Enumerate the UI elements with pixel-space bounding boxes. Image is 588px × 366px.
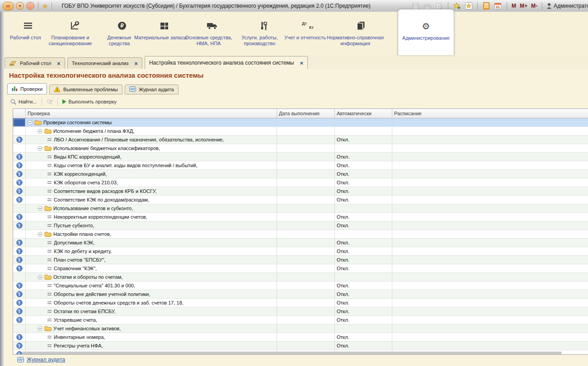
ribbon-section[interactable]: Материальные запасы (144, 12, 184, 55)
row-info-cell[interactable]: i (13, 307, 26, 316)
row-date-cell[interactable] (277, 290, 335, 299)
row-schedule-cell[interactable] (392, 256, 588, 264)
row-schedule-cell[interactable] (392, 282, 588, 290)
table-row[interactable]: i План счетов "ЕПСБУ", Откл. (13, 256, 588, 264)
row-check-cell[interactable]: КЭК по дебету и кредиту, (26, 247, 277, 256)
tree-icons[interactable] (47, 310, 52, 313)
row-automatic-cell[interactable]: Откл. (335, 333, 392, 342)
audit-journal-link[interactable]: Журнал аудита (17, 357, 65, 363)
tree-icons[interactable] (38, 206, 52, 211)
row-check-cell[interactable]: Справочник "КЭК", (26, 264, 277, 273)
row-automatic-cell[interactable]: Откл. (335, 221, 392, 230)
row-schedule-cell[interactable] (392, 221, 588, 230)
table-row[interactable]: Проверки состояния системы (13, 118, 588, 127)
onec-menu-button[interactable]: 1С (3, 2, 14, 10)
row-info-cell[interactable]: i (13, 342, 26, 350)
row-date-cell[interactable] (277, 213, 335, 221)
row-automatic-cell[interactable]: Откл. (335, 256, 392, 264)
row-check-cell[interactable]: Коды счетов БУ и аналит. коды видов пост… (26, 161, 277, 170)
row-check-cell[interactable]: Исполнение бюджета / плана ФХД, (26, 127, 277, 136)
row-info-cell[interactable] (13, 204, 26, 213)
tree-icons[interactable] (47, 189, 52, 193)
tree-icons[interactable] (38, 326, 52, 331)
row-check-cell[interactable]: КЭК оборотов счета 210.03, (26, 178, 277, 187)
row-check-cell[interactable]: Остатки по счетам ЕПСБУ, (26, 307, 277, 316)
current-user[interactable]: Администратор (546, 3, 588, 9)
row-automatic-cell[interactable]: Откл. (335, 153, 392, 161)
row-check-cell[interactable]: Некорректные корреспонденции счетов, (26, 213, 277, 221)
row-date-cell[interactable] (277, 247, 335, 256)
tree-icons[interactable] (38, 145, 52, 151)
row-automatic-cell[interactable]: Откл. (335, 178, 392, 187)
row-automatic-cell[interactable] (335, 127, 392, 136)
row-info-cell[interactable] (13, 324, 26, 333)
tree-icons[interactable] (47, 258, 52, 262)
row-schedule-cell[interactable] (392, 230, 588, 239)
row-check-cell[interactable]: Использование счетов и субконто, (26, 204, 277, 213)
row-info-cell[interactable] (13, 118, 26, 127)
row-schedule-cell[interactable] (392, 196, 588, 204)
row-check-cell[interactable]: Остатки и обороты по счетам, (26, 273, 277, 282)
row-info-cell[interactable] (13, 144, 26, 153)
tree-icons[interactable] (47, 155, 52, 159)
row-schedule-cell[interactable] (392, 136, 588, 144)
table-row[interactable]: i КЭК по дебету и кредиту, Откл. (13, 247, 588, 256)
row-schedule-cell[interactable] (392, 153, 588, 161)
row-automatic-cell[interactable]: Откл. (335, 161, 392, 170)
ribbon-section[interactable]: ДтКт Учет и отчетность (292, 12, 324, 55)
add-to-favorites-icon[interactable] (452, 2, 461, 10)
row-date-cell[interactable] (277, 161, 335, 170)
row-schedule-cell[interactable] (392, 273, 588, 282)
row-info-cell[interactable] (13, 273, 26, 282)
row-date-cell[interactable] (277, 333, 335, 342)
table-row[interactable]: Настройки плана счетов, (13, 230, 588, 239)
tab-close-icon[interactable]: × (134, 61, 138, 66)
table-row[interactable]: i Соответствие видов расходов КРБ и КОСГ… (13, 187, 588, 196)
row-automatic-cell[interactable]: Откл. (335, 239, 392, 247)
tree-icons[interactable] (47, 335, 52, 339)
tree-icons[interactable] (38, 231, 52, 237)
row-check-cell[interactable]: Настройки плана счетов, (26, 230, 277, 239)
row-info-cell[interactable]: i (13, 247, 26, 256)
row-automatic-cell[interactable]: Откл. (335, 316, 392, 324)
row-check-cell[interactable]: Соответствие КЭК по доходам/расходам, (26, 196, 277, 204)
tree-icons[interactable] (47, 267, 52, 270)
row-schedule-cell[interactable] (392, 170, 588, 178)
row-info-cell[interactable]: i (13, 290, 26, 299)
ribbon-section[interactable]: ₽ Денежные средства (106, 12, 138, 55)
window-round-button[interactable] (26, 2, 34, 10)
tree-icons[interactable] (47, 224, 52, 227)
tree-icons[interactable] (47, 301, 52, 305)
row-info-cell[interactable]: i (13, 213, 26, 221)
window-menu-dropdown-icon[interactable]: ▼ (16, 2, 24, 10)
subtab[interactable]: Проверки (7, 83, 47, 94)
row-automatic-cell[interactable]: Откл. (335, 282, 392, 290)
row-date-cell[interactable] (277, 273, 335, 282)
table-row[interactable]: i Виды КПС корреспонденций, Откл. (13, 153, 588, 161)
row-schedule-cell[interactable] (392, 264, 588, 273)
table-row[interactable]: i "Специальные счета" 401.30 и 000, Откл… (13, 282, 588, 290)
header-run-date[interactable]: Дата выполнения (277, 109, 335, 118)
row-date-cell[interactable] (277, 153, 335, 161)
row-automatic-cell[interactable]: Откл. (335, 196, 392, 204)
header-check[interactable]: Проверка (26, 109, 277, 118)
tree-icons[interactable] (47, 138, 52, 141)
row-date-cell[interactable] (277, 324, 335, 333)
tree-icons[interactable] (38, 274, 52, 280)
tree-icons[interactable] (47, 172, 52, 176)
ribbon-section[interactable]: ₽ Планирование и санкционирование (49, 12, 100, 55)
table-row[interactable]: i Остатки по счетам ЕПСБУ, Откл. (13, 307, 588, 316)
row-info-cell[interactable] (13, 127, 26, 136)
subtab[interactable]: Журнал аудита (125, 84, 179, 94)
clear-find-button[interactable] (45, 98, 54, 106)
row-date-cell[interactable] (277, 307, 335, 316)
row-check-cell[interactable]: Виды КПС корреспонденций, (26, 153, 277, 161)
row-schedule-cell[interactable] (392, 290, 588, 299)
row-automatic-cell[interactable] (335, 144, 392, 153)
favorites-star-icon[interactable]: ★ (42, 3, 48, 9)
run-check-button[interactable]: Выполнить проверку (61, 98, 118, 105)
table-row[interactable]: Использование бюджетных классификаторов, (13, 144, 588, 153)
header-schedule[interactable]: Расписание (392, 109, 588, 118)
table-row[interactable]: i Пустые субконто, Откл. (13, 221, 588, 230)
row-automatic-cell[interactable]: Откл. (335, 170, 392, 178)
